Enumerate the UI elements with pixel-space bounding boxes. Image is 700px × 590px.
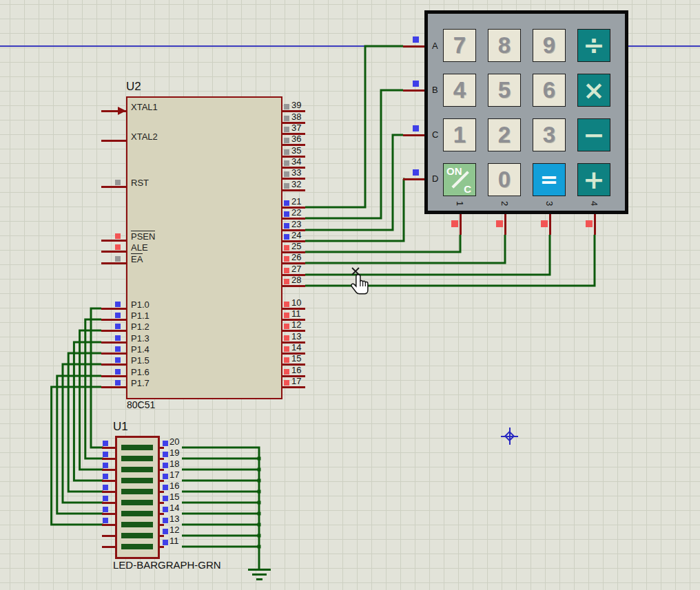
pin-state-indicator bbox=[115, 180, 121, 185]
u1-pin-2-stub[interactable] bbox=[102, 458, 115, 460]
pin-state-indicator bbox=[284, 211, 289, 217]
u2-pin-2-stub[interactable] bbox=[101, 319, 126, 321]
u1-pin-19-stub[interactable] bbox=[160, 458, 164, 460]
u2-pin-5-stub[interactable] bbox=[101, 352, 126, 355]
u1-pin-18-stub[interactable] bbox=[160, 469, 164, 471]
u1-pin-11-stub[interactable] bbox=[160, 546, 164, 548]
pin-state-indicator bbox=[284, 357, 289, 363]
wire-p2-to-keypad-row[interactable] bbox=[305, 46, 403, 207]
schematic-canvas[interactable]: U2 80C51 U1 LED-BARGRAPH-GRN 19XTAL118XT… bbox=[0, 0, 700, 590]
u2-pin-3-stub[interactable] bbox=[101, 330, 126, 332]
keypad-row-pin-stub[interactable] bbox=[403, 45, 424, 48]
keypad-row-pin-stub[interactable] bbox=[403, 178, 424, 180]
wire-p1-to-bargraph[interactable] bbox=[74, 342, 103, 481]
wire-p2-to-keypad-col[interactable] bbox=[305, 235, 460, 252]
wire-p1-to-bargraph[interactable] bbox=[52, 387, 103, 525]
keypad-col-pin-stub[interactable] bbox=[460, 214, 462, 235]
pin-state-indicator bbox=[103, 496, 108, 501]
keypad-row-label-B: B bbox=[432, 85, 438, 95]
keypad-button-6[interactable]: 6 bbox=[533, 74, 566, 107]
pin-state-indicator bbox=[284, 127, 289, 132]
u2-pin-9-stub[interactable] bbox=[101, 186, 126, 188]
u1-pin-1-stub[interactable] bbox=[102, 447, 115, 449]
u1-pin-20-stub[interactable] bbox=[160, 447, 164, 449]
keypad-col-pin-stub[interactable] bbox=[549, 214, 551, 235]
u2-pin-7-stub[interactable] bbox=[101, 375, 126, 377]
wire-junction-dot bbox=[258, 545, 261, 549]
keypad-button-ON/C[interactable]: ONC bbox=[443, 163, 476, 196]
u2-pin-28-number: 28 bbox=[291, 275, 301, 285]
keypad-col-pin-stub[interactable] bbox=[594, 214, 596, 235]
u2-pin-28-stub[interactable] bbox=[282, 285, 305, 287]
u1-pin-5-stub[interactable] bbox=[102, 491, 115, 493]
u2-pin-name: EA bbox=[131, 254, 143, 264]
ground-symbol[interactable] bbox=[256, 578, 262, 580]
pin-state-indicator bbox=[103, 507, 108, 512]
pin-state-indicator bbox=[284, 245, 289, 251]
u2-pin-33-number: 33 bbox=[291, 167, 301, 178]
wire-p1-to-bargraph[interactable] bbox=[85, 319, 103, 459]
pin-state-indicator bbox=[103, 474, 108, 479]
u2-pin-4-stub[interactable] bbox=[101, 341, 126, 344]
keypad-button-×[interactable]: × bbox=[577, 74, 610, 107]
keypad-row-pin-stub[interactable] bbox=[403, 134, 424, 136]
keypad-button-7[interactable]: 7 bbox=[443, 29, 476, 62]
u2-pin-29-stub[interactable] bbox=[101, 240, 126, 242]
u1-pin-14-stub[interactable] bbox=[160, 513, 164, 515]
keypad-button-=[interactable]: = bbox=[533, 163, 566, 196]
wire-p2-to-keypad-row[interactable] bbox=[305, 179, 404, 241]
u1-pin-10-stub[interactable] bbox=[102, 546, 115, 548]
pin-state-indicator bbox=[284, 104, 289, 109]
u1-pin-9-stub[interactable] bbox=[102, 535, 115, 537]
pin-state-indicator bbox=[115, 357, 121, 363]
u2-pin-6-stub[interactable] bbox=[101, 364, 126, 366]
keypad-row-pin-stub[interactable] bbox=[403, 89, 424, 92]
keypad-button-3[interactable]: 3 bbox=[533, 118, 566, 151]
keypad-button-1[interactable]: 1 bbox=[443, 118, 476, 151]
u1-pin-15-stub[interactable] bbox=[160, 502, 164, 504]
u2-pin-39-number: 39 bbox=[291, 100, 301, 110]
u1-pin-4-stub[interactable] bbox=[102, 480, 115, 482]
keypad-button-0[interactable]: 0 bbox=[488, 163, 521, 196]
u1-pin-12-stub[interactable] bbox=[160, 535, 164, 537]
wire-p2-to-keypad-row[interactable] bbox=[305, 135, 403, 230]
u2-pin-30-stub[interactable] bbox=[101, 251, 126, 253]
u1-pin-13-stub[interactable] bbox=[160, 524, 164, 526]
wire-bargraph-bus[interactable] bbox=[182, 447, 259, 569]
keypad-col-pin-stub[interactable] bbox=[504, 214, 506, 235]
wire-p2-to-keypad-row[interactable] bbox=[305, 90, 403, 218]
u1-pin-3-stub[interactable] bbox=[102, 469, 115, 471]
u2-pin-17-stub[interactable] bbox=[282, 386, 305, 388]
keypad-calculator[interactable]: 789÷456×123−ONC0=+ABCD1234 bbox=[424, 10, 628, 214]
keypad-button-4[interactable]: 4 bbox=[443, 74, 476, 107]
u2-pin-13-number: 13 bbox=[291, 331, 301, 341]
pin-state-indicator bbox=[284, 302, 289, 307]
u1-pin-8-stub[interactable] bbox=[102, 524, 115, 526]
u2-pin-1-stub[interactable] bbox=[101, 308, 126, 310]
u2-pin-14-number: 14 bbox=[291, 342, 301, 352]
keypad-button-÷[interactable]: ÷ bbox=[577, 29, 610, 62]
u1-pin-6-stub[interactable] bbox=[102, 502, 115, 504]
keypad-button-−[interactable]: − bbox=[577, 118, 610, 151]
u1-pin-14-number: 14 bbox=[169, 503, 179, 513]
u2-pin-8-stub[interactable] bbox=[101, 386, 126, 388]
pin-state-indicator bbox=[103, 441, 108, 446]
wire-p2-to-keypad-col[interactable] bbox=[305, 235, 505, 263]
u2-pin-31-stub[interactable] bbox=[101, 262, 126, 264]
keypad-button-8[interactable]: 8 bbox=[488, 29, 521, 62]
u2-pin-32-stub[interactable] bbox=[282, 189, 305, 191]
u1-pin-16-stub[interactable] bbox=[160, 491, 164, 493]
u2-pin-25-number: 25 bbox=[291, 241, 301, 251]
u2-pin-name: P1.3 bbox=[131, 333, 150, 344]
ground-symbol[interactable] bbox=[248, 569, 271, 571]
ground-symbol[interactable] bbox=[252, 573, 267, 576]
wire-junction-dot bbox=[258, 523, 261, 527]
keypad-button-9[interactable]: 9 bbox=[533, 29, 566, 62]
pin-state-indicator bbox=[163, 463, 168, 468]
keypad-button-+[interactable]: + bbox=[577, 163, 610, 196]
u1-pin-7-stub[interactable] bbox=[102, 513, 115, 515]
keypad-button-5[interactable]: 5 bbox=[488, 74, 521, 107]
u1-pin-17-stub[interactable] bbox=[160, 480, 164, 482]
keypad-button-2[interactable]: 2 bbox=[488, 118, 521, 151]
u2-pin-18-stub[interactable] bbox=[101, 140, 126, 142]
